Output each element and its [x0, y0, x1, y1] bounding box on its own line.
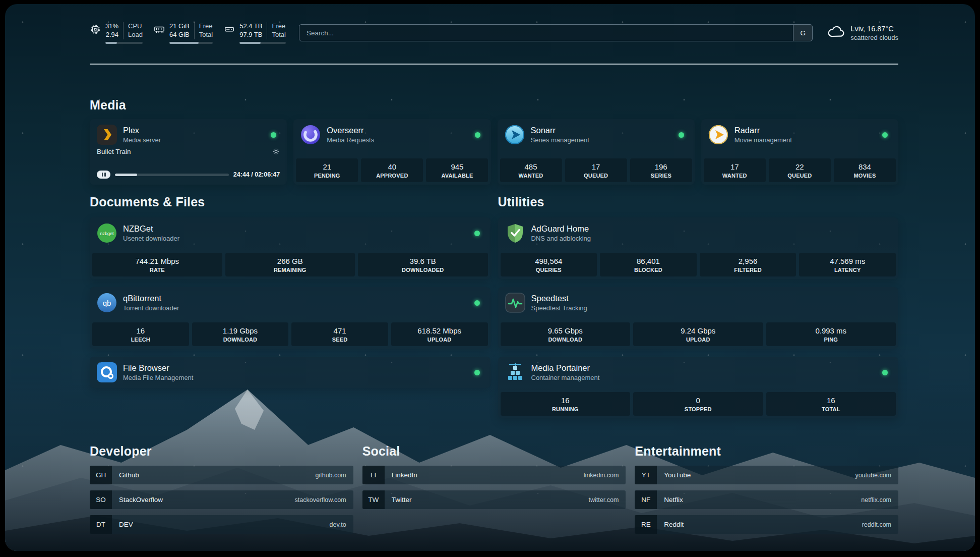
stat-wanted: 17WANTED	[704, 158, 766, 182]
plex-icon	[97, 125, 117, 145]
twitter-abbr-badge: TW	[362, 490, 385, 509]
bookmark-group-entertainment: Entertainment YT YouTube youtube.com NF …	[635, 444, 898, 534]
app-name: qBittorrent	[123, 294, 179, 303]
reddit-abbr-badge: RE	[635, 515, 657, 534]
now-playing-title: Bullet Train	[97, 148, 131, 155]
github-abbr-badge: GH	[90, 466, 112, 484]
app-card-filebrowser[interactable]: File Browser Media File Management	[90, 357, 491, 388]
stat-wanted: 485WANTED	[500, 158, 562, 182]
stat-running: 16RUNNING	[501, 392, 631, 416]
stat-upload: 9.24 GbpsUPLOAD	[633, 322, 763, 346]
app-subtitle: Media server	[123, 136, 161, 144]
bookmark-linkedin[interactable]: LI LinkedIn linkedin.com	[362, 466, 626, 484]
dashboard-screen: 31%2.94 CPULoad 21 GiB64 GiB	[5, 4, 975, 551]
status-dot	[882, 370, 888, 375]
section-title-media: Media	[90, 98, 126, 113]
ram-total: 64 GiB	[169, 31, 190, 39]
section-title-utilities: Utilities	[498, 195, 899, 209]
stat-downloaded: 39.6 TBDOWNLOADED	[358, 253, 488, 276]
qbittorrent-icon: qb	[97, 293, 117, 313]
cpu-progress-bar	[105, 42, 143, 44]
app-card-plex[interactable]: Plex Media server Bullet Train 24:44 / 0…	[90, 119, 287, 185]
ram-free: 21 GiB	[169, 22, 190, 31]
bookmark-twitter[interactable]: TW Twitter twitter.com	[362, 490, 626, 509]
bookmark-group-developer: Developer GH Github github.com SO StackO…	[90, 444, 353, 534]
cpu-icon	[90, 24, 101, 37]
app-name: AdGuard Home	[531, 224, 591, 234]
cpu-load: 2.94	[106, 31, 118, 39]
portainer-icon	[505, 362, 525, 382]
status-dot	[475, 132, 480, 138]
status-dot	[474, 370, 480, 375]
disk-metric: 52.4 TB97.9 TB FreeTotal	[224, 22, 286, 44]
stat-stopped: 0STOPPED	[633, 392, 763, 416]
ram-icon	[154, 24, 165, 37]
stat-approved: 40APPROVED	[361, 158, 423, 182]
topbar: 31%2.94 CPULoad 21 GiB64 GiB	[90, 22, 898, 44]
media-grid: Plex Media server Bullet Train 24:44 / 0…	[90, 119, 898, 185]
stat-queued: 17QUEUED	[565, 158, 627, 182]
app-card-adguard[interactable]: AdGuard Home DNS and adblocking 498,564Q…	[498, 217, 899, 279]
app-card-overseerr[interactable]: Overseerr Media Requests 21PENDING 40APP…	[293, 119, 491, 185]
bookmark-dev[interactable]: DT DEV dev.to	[90, 515, 353, 534]
app-subtitle: Movie management	[734, 136, 792, 144]
disk-progress-bar	[239, 42, 286, 44]
stat-latency: 47.569 msLATENCY	[799, 253, 896, 276]
dev-abbr-badge: DT	[90, 515, 112, 534]
bookmark-stackoverflow[interactable]: SO StackOverflow stackoverflow.com	[90, 490, 353, 509]
section-title-entertainment: Entertainment	[635, 444, 898, 459]
stat-available: 945AVAILABLE	[426, 158, 488, 182]
section-title-documents: Documents & Files	[90, 195, 491, 209]
app-name: Plex	[123, 126, 161, 135]
app-card-portainer[interactable]: Media Portainer Container management 16R…	[498, 357, 899, 418]
app-name: File Browser	[123, 363, 193, 373]
stat-movies: 834MOVIES	[834, 158, 896, 182]
app-card-nzbget[interactable]: nzbget NZBGet Usenet downloader 744.21 M…	[90, 217, 491, 279]
section-title-developer: Developer	[90, 444, 353, 459]
stat-leech: 16LEECH	[92, 322, 189, 346]
weather-location: Lviv, 16.87°C	[850, 25, 898, 33]
bookmark-group-social: Social LI LinkedIn linkedin.com TW Twitt…	[362, 444, 626, 534]
bookmark-github[interactable]: GH Github github.com	[90, 466, 353, 484]
nzbget-icon: nzbget	[97, 223, 117, 243]
pause-button[interactable]	[97, 171, 110, 179]
status-dot	[271, 132, 276, 138]
app-card-qbittorrent[interactable]: qb qBittorrent Torrent downloader 16LEEC…	[90, 287, 491, 349]
app-subtitle: DNS and adblocking	[531, 235, 591, 242]
gear-icon[interactable]	[272, 148, 280, 155]
linkedin-abbr-badge: LI	[362, 466, 385, 484]
ram-metric: 21 GiB64 GiB FreeTotal	[154, 22, 213, 44]
weather-widget[interactable]: Lviv, 16.87°C scattered clouds	[827, 23, 898, 43]
bookmark-youtube[interactable]: YT YouTube youtube.com	[635, 466, 898, 484]
utilities-column: Utilities AdGuard Home DNS and adblockin…	[498, 195, 899, 426]
cpu-percent: 31%	[105, 22, 118, 31]
stat-queries: 498,564QUERIES	[501, 253, 597, 276]
app-name: Media Portainer	[531, 363, 600, 373]
stat-filtered: 2,956FILTERED	[700, 253, 797, 276]
status-dot	[882, 132, 888, 138]
search-input[interactable]	[299, 25, 793, 41]
app-card-radarr[interactable]: Radarr Movie management 17WANTED 22QUEUE…	[701, 119, 898, 185]
stat-pending: 21PENDING	[296, 158, 358, 182]
svg-text:nzbget: nzbget	[100, 231, 114, 236]
app-card-speedtest[interactable]: Speedtest Speedtest Tracking 9.65 GbpsDO…	[498, 287, 899, 349]
filebrowser-icon	[97, 362, 117, 382]
status-dot	[474, 300, 480, 306]
app-subtitle: Media Requests	[327, 136, 374, 144]
section-title-social: Social	[362, 444, 626, 459]
playback-progress[interactable]	[115, 174, 229, 176]
disk-icon	[224, 24, 235, 37]
status-dot	[679, 132, 684, 138]
app-subtitle: Series management	[531, 136, 589, 144]
cpu-label: CPU	[128, 22, 143, 31]
cpu-load-label: Load	[128, 31, 143, 39]
stat-series: 196SERIES	[630, 158, 692, 182]
sonarr-icon	[505, 125, 525, 145]
bookmark-netflix[interactable]: NF Netflix netflix.com	[635, 490, 898, 509]
bookmark-reddit[interactable]: RE Reddit reddit.com	[635, 515, 898, 534]
system-metrics: 31%2.94 CPULoad 21 GiB64 GiB	[90, 22, 286, 44]
app-card-sonarr[interactable]: Sonarr Series management 485WANTED 17QUE…	[498, 119, 695, 185]
app-subtitle: Speedtest Tracking	[531, 304, 587, 312]
search-engine-button[interactable]: G	[793, 25, 812, 41]
disk-total: 97.9 TB	[239, 31, 262, 39]
